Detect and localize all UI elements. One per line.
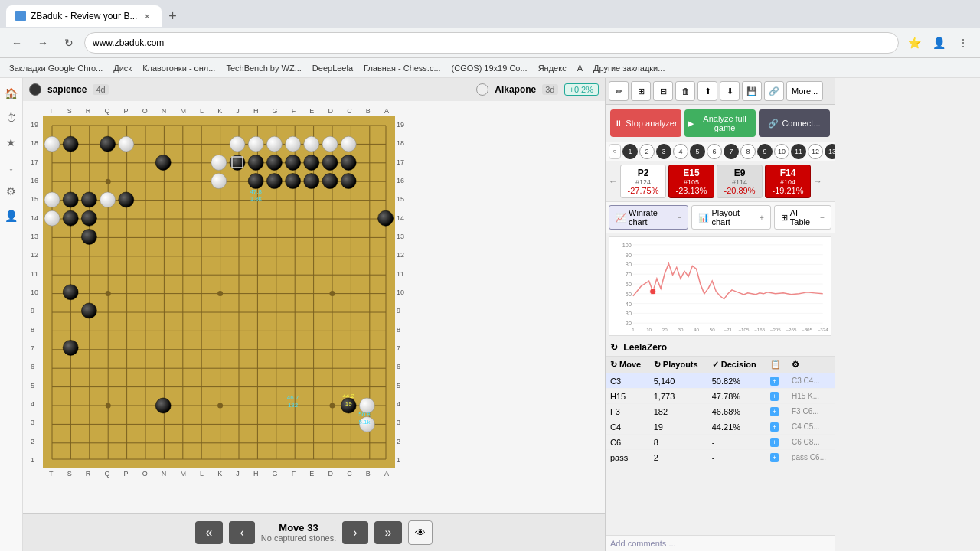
move-num-3[interactable]: 3 xyxy=(656,144,671,159)
move-num-2[interactable]: 2 xyxy=(639,144,655,159)
bookmark-item[interactable]: Клавогонки - онл... xyxy=(139,62,218,74)
svg-text:60: 60 xyxy=(626,282,632,287)
playout-icon-small[interactable]: ↻ xyxy=(654,360,661,369)
scroll-right[interactable]: → xyxy=(813,165,822,198)
mistake-p2[interactable]: P2 #124 -27.75% xyxy=(620,165,666,198)
bookmark-item[interactable]: Другие закладки... xyxy=(590,62,668,74)
extensions-button[interactable]: ⭐ xyxy=(903,32,925,54)
ai-table-row[interactable]: C6 8 - + C6 C8... xyxy=(606,435,835,450)
svg-point-40 xyxy=(330,291,335,296)
tab-ai-table[interactable]: ⊞ AI Table − xyxy=(774,205,831,230)
playout-plus-icon[interactable]: + xyxy=(760,214,764,222)
bookmark-item[interactable]: Диск xyxy=(110,62,135,74)
prev-move-button[interactable]: ‹ xyxy=(229,521,254,544)
move-num-1[interactable]: 1 xyxy=(622,144,638,159)
ai-extra-btn[interactable]: + xyxy=(766,450,787,465)
bookmark-item[interactable]: TechBench by WZ... xyxy=(223,62,304,74)
move-num-7[interactable]: 7 xyxy=(724,144,739,159)
tool-delete-button[interactable]: 🗑 xyxy=(675,81,695,101)
tool-copy-button[interactable]: ⊞ xyxy=(631,81,651,101)
refresh-icon[interactable]: ↻ xyxy=(610,342,618,353)
tool-paste-button[interactable]: ⊟ xyxy=(653,81,673,101)
bookmark-item[interactable]: Главная - Chess.c... xyxy=(361,62,444,74)
svg-point-58 xyxy=(341,155,356,170)
sidebar-downloads-icon[interactable]: ↓ xyxy=(2,158,21,176)
stop-analyzer-button[interactable]: ⏸ Stop analyzer xyxy=(610,109,681,137)
ai-table-row[interactable]: F3 182 46.68% + F3 C6... xyxy=(606,404,835,419)
toggle-view-button[interactable]: 👁 xyxy=(408,520,433,545)
move-num-4[interactable]: 4 xyxy=(673,144,688,159)
svg-point-42 xyxy=(217,403,223,409)
tool-download-button[interactable]: ⬇ xyxy=(720,81,740,101)
move-num-12[interactable]: 12 xyxy=(808,144,823,159)
bookmark-item[interactable]: Закладки Google Chro... xyxy=(6,62,106,74)
bookmark-item[interactable]: Яндекс xyxy=(535,62,570,74)
go-board[interactable]: 47.8 1.8k 46.7 182 44.2 19 50.8 5.1k xyxy=(43,116,395,468)
last-move-button[interactable]: » xyxy=(374,521,403,544)
svg-point-63 xyxy=(322,174,338,189)
first-move-button[interactable]: « xyxy=(195,521,224,544)
move-num-9[interactable]: 9 xyxy=(757,144,773,159)
menu-button[interactable]: ⋮ xyxy=(952,32,974,54)
tool-link-button[interactable]: 🔗 xyxy=(764,81,784,101)
move-num-5[interactable]: 5 xyxy=(690,144,705,159)
tool-save-button[interactable]: 💾 xyxy=(742,81,762,101)
move-num-6[interactable]: 6 xyxy=(707,144,722,159)
svg-point-43 xyxy=(217,291,223,296)
next-move-button[interactable]: › xyxy=(342,521,368,544)
sidebar-bookmarks-icon[interactable]: ★ xyxy=(2,133,21,152)
ai-table-minus-icon[interactable]: − xyxy=(820,214,825,222)
col-labels-bottom: TSRQPONMLKJHGFEDCBA xyxy=(43,470,395,478)
ai-table-row[interactable]: C4 19 44.21% + C4 C5... xyxy=(606,419,835,435)
mistake-f14[interactable]: F14 #104 -19.21% xyxy=(765,165,811,198)
bookmark-item[interactable]: (CGOS) 19x19 Co... xyxy=(449,62,531,74)
svg-point-72 xyxy=(63,285,78,300)
ai-extra-btn[interactable]: + xyxy=(766,389,787,404)
ai-table-row[interactable]: C3 5,140 50.82% + C3 C4... xyxy=(606,373,835,389)
active-tab[interactable]: ZBaduk - Review your B... ✕ xyxy=(6,5,162,27)
address-bar[interactable] xyxy=(84,32,899,54)
sidebar-history-icon[interactable]: ⏱ xyxy=(2,109,21,127)
tool-edit-button[interactable]: ✏ xyxy=(609,81,629,101)
tab-close-button[interactable]: ✕ xyxy=(142,11,152,21)
ai-table-row[interactable]: pass 2 - + pass C6... xyxy=(606,450,835,465)
svg-point-59 xyxy=(248,174,263,189)
svg-text:~105: ~105 xyxy=(738,328,750,332)
connect-button[interactable]: 🔗 Connect... xyxy=(759,109,830,137)
move-num-empty[interactable]: ○ xyxy=(609,144,621,159)
scroll-left[interactable]: ← xyxy=(609,165,618,198)
new-tab-button[interactable]: + xyxy=(162,5,183,27)
winrate-minus-icon[interactable]: − xyxy=(678,214,682,222)
black-player-name: sapience xyxy=(47,84,87,95)
mistake-e15[interactable]: E15 #105 -23.13% xyxy=(668,165,714,198)
ai-extra-btn[interactable]: + xyxy=(766,419,787,435)
sidebar-home-icon[interactable]: 🏠 xyxy=(2,84,21,103)
bookmark-item[interactable]: А xyxy=(574,62,586,74)
more-button[interactable]: More... xyxy=(786,81,823,101)
sidebar-user-icon[interactable]: 👤 xyxy=(2,207,21,225)
ai-sequence: C4 C5... xyxy=(787,419,835,435)
mistake-e9[interactable]: E9 #114 -20.89% xyxy=(717,165,763,198)
move-num-11[interactable]: 11 xyxy=(791,144,806,159)
tool-upload-button[interactable]: ⬆ xyxy=(697,81,717,101)
ai-extra-btn[interactable]: + xyxy=(766,435,787,450)
back-button[interactable]: ← xyxy=(6,32,28,54)
ai-table-row[interactable]: H15 1,773 47.78% + H15 K... xyxy=(606,389,835,404)
analyze-full-game-button[interactable]: ▶ Analyze full game xyxy=(684,109,756,137)
tab-winrate-chart[interactable]: 📈 Winrate chart − xyxy=(609,205,688,230)
move-num-13[interactable]: 13 xyxy=(825,144,835,159)
sidebar-settings-icon[interactable]: ⚙ xyxy=(2,182,21,201)
bookmark-item[interactable]: DeepLeela xyxy=(309,62,356,74)
tab-playout-chart[interactable]: 📊 Playout chart + xyxy=(691,205,770,230)
move-num-10[interactable]: 10 xyxy=(774,144,789,159)
move-num-8[interactable]: 8 xyxy=(740,144,756,159)
ai-playouts: 1,773 xyxy=(649,389,707,404)
svg-text:80: 80 xyxy=(626,262,632,268)
reload-button[interactable]: ↻ xyxy=(58,32,80,54)
profile-button[interactable]: 👤 xyxy=(928,32,949,54)
ai-extra-btn[interactable]: + xyxy=(766,404,787,419)
ai-extra-btn[interactable]: + xyxy=(766,373,787,389)
add-comments-button[interactable]: Add comments ... xyxy=(606,535,835,551)
refresh-icon-small[interactable]: ↻ xyxy=(610,360,617,369)
forward-button[interactable]: → xyxy=(32,32,54,54)
